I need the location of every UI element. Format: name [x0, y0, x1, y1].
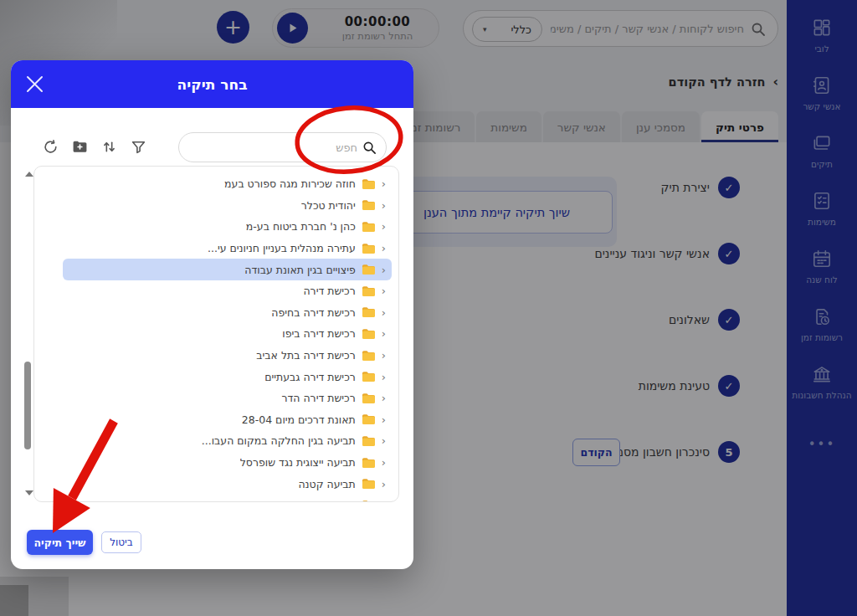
folder-name: רכישת דירה בתל אביב — [256, 349, 355, 362]
folder-icon — [362, 285, 376, 297]
filter-button[interactable] — [131, 139, 146, 155]
folder-row[interactable]: ‹ רכישת דירה בחיפה — [63, 302, 392, 324]
folder-row[interactable]: ‹ תביעה קטנה — [63, 473, 392, 495]
scroll-up-arrow-icon[interactable] — [25, 172, 33, 177]
folder-toolbar — [43, 139, 146, 155]
folder-list: ‹ חוזה שכירות מגה ספורט בעמ ‹ יהודית טכל… — [33, 166, 399, 502]
folder-name: יהודית טכלר — [301, 199, 356, 212]
expand-chevron-icon[interactable]: ‹ — [382, 350, 386, 361]
sort-icon — [101, 139, 117, 155]
cancel-button[interactable]: ביטול — [101, 531, 141, 553]
modal-title: בחר תיקיה — [177, 76, 247, 93]
folder-name: תאונת דרכים מיום 28-04 — [242, 413, 356, 426]
expand-chevron-icon[interactable]: ‹ — [382, 479, 386, 490]
folder-icon — [362, 328, 376, 340]
folder-row[interactable]: ‹ עתירה מנהלית בעניין חניונים עי... — [63, 238, 392, 259]
scrollbar-thumb[interactable] — [24, 362, 31, 449]
expand-chevron-icon[interactable]: ‹ — [382, 243, 386, 254]
folder-row[interactable]: ‹ רכישת דירה גבעתיים — [63, 366, 392, 388]
folder-icon — [362, 306, 376, 318]
expand-chevron-icon[interactable]: ‹ — [382, 372, 386, 382]
expand-chevron-icon[interactable]: ‹ — [382, 414, 386, 425]
corner-shadow-bottom-left-dark — [0, 585, 28, 616]
expand-chevron-icon[interactable]: ‹ — [382, 393, 386, 403]
folder-name: פיצויים בגין תאונת עבודה — [244, 264, 355, 276]
refresh-button[interactable] — [43, 139, 59, 155]
folder-name: תביעה שכנגד — [296, 499, 356, 502]
folder-row[interactable]: ‹ רכישת דירה הדר — [63, 388, 392, 409]
folder-icon — [362, 178, 376, 190]
expand-chevron-icon[interactable]: ‹ — [382, 200, 386, 211]
expand-chevron-icon[interactable]: ‹ — [382, 285, 386, 296]
assign-folder-button[interactable]: שייך תיקיה — [27, 530, 93, 555]
folder-name: תביעה קטנה — [298, 478, 355, 490]
folder-row[interactable]: ‹ רכישת דירה ביפו — [63, 323, 392, 345]
folder-icon — [362, 199, 376, 211]
folder-row[interactable]: ‹ כהן נ' חברת ביטוח בע-מ — [63, 216, 392, 238]
folder-name: רכישת דירה גבעתיים — [264, 371, 356, 383]
filter-icon — [131, 139, 146, 155]
folder-name: עתירה מנהלית בעניין חניונים עי... — [208, 242, 356, 254]
new-folder-button[interactable] — [72, 139, 88, 155]
folder-name: רכישת דירה הדר — [281, 392, 355, 404]
folder-row[interactable]: ‹ חוזה שכירות מגה ספורט בעמ — [63, 173, 392, 195]
sort-button[interactable] — [101, 139, 117, 155]
refresh-icon — [43, 139, 59, 155]
expand-chevron-icon[interactable]: ‹ — [382, 435, 386, 446]
expand-chevron-icon[interactable]: ‹ — [382, 264, 386, 275]
expand-chevron-icon[interactable]: ‹ — [382, 221, 386, 232]
folder-row[interactable]: ‹ תביעה שכנגד — [63, 495, 392, 502]
folder-name: תביעה ייצוגית נגד שופרסל — [240, 456, 356, 469]
folder-icon — [362, 221, 376, 233]
folder-row[interactable]: ‹ רכישת דירה בתל אביב — [63, 345, 392, 367]
expand-chevron-icon[interactable]: ‹ — [382, 457, 386, 468]
folder-icon — [362, 478, 376, 490]
folder-icon — [362, 393, 376, 404]
expand-chevron-icon[interactable]: ‹ — [382, 178, 386, 189]
choose-folder-modal: בחר תיקיה ‹ חוזה שכירות מגה ספורט בעמ ‹ … — [11, 60, 413, 569]
folder-icon — [362, 264, 376, 275]
folder-icon — [362, 435, 376, 447]
close-button[interactable] — [24, 74, 45, 95]
folder-icon — [362, 243, 376, 254]
folder-name: תביעה בגין החלקה במקום העבו... — [202, 434, 356, 447]
scroll-down-arrow-icon[interactable] — [25, 490, 33, 495]
new-folder-icon — [72, 139, 88, 155]
folder-icon — [362, 413, 376, 425]
folder-row[interactable]: ‹ פיצויים בגין תאונת עבודה — [63, 259, 392, 280]
search-icon — [362, 140, 377, 156]
folder-row[interactable]: ‹ תביעה בגין החלקה במקום העבו... — [63, 430, 392, 452]
close-icon — [24, 74, 45, 95]
app-root: { "colors": { "sidebar_navy": "#1f2da0",… — [0, 0, 857, 616]
folder-row[interactable]: ‹ תאונת דרכים מיום 28-04 — [63, 409, 392, 431]
folder-icon — [362, 500, 376, 502]
folder-icon — [362, 457, 376, 469]
folder-row[interactable]: ‹ תביעה ייצוגית נגד שופרסל — [63, 452, 392, 474]
modal-header: בחר תיקיה — [11, 60, 413, 108]
expand-chevron-icon[interactable]: ‹ — [382, 328, 386, 339]
folder-search-input[interactable] — [179, 133, 386, 162]
expand-chevron-icon[interactable]: ‹ — [382, 500, 386, 502]
expand-chevron-icon[interactable]: ‹ — [382, 307, 386, 318]
folder-name: רכישת דירה בחיפה — [271, 306, 355, 319]
folder-name: רכישת דירה ביפו — [282, 327, 356, 340]
folder-row[interactable]: ‹ יהודית טכלר — [63, 195, 392, 217]
folder-icon — [362, 371, 376, 382]
folder-search-box — [178, 132, 387, 162]
folder-name: רכישת דירה — [303, 285, 355, 297]
folder-name: חוזה שכירות מגה ספורט בעמ — [224, 177, 356, 190]
folder-row[interactable]: ‹ רכישת דירה — [63, 280, 392, 302]
folder-name: כהן נ' חברת ביטוח בע-מ — [246, 220, 356, 233]
folder-icon — [362, 350, 376, 362]
